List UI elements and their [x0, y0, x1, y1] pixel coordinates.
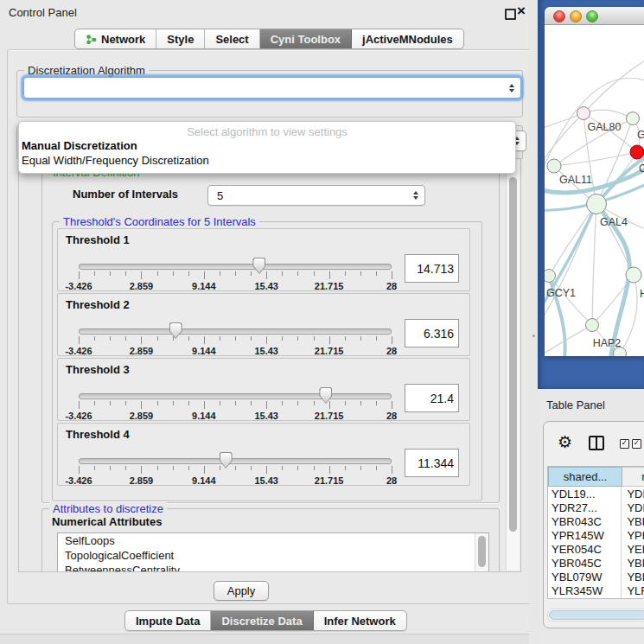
network-node[interactable] [545, 270, 556, 283]
slider-scale-labels: -3.4262.8599.14415.4321.71528 [79, 475, 392, 486]
slider-tick [266, 336, 267, 344]
table-cell[interactable]: YBR0 [621, 556, 644, 570]
columns-icon[interactable] [589, 436, 604, 450]
tab-cyni-toolbox[interactable]: Cyni Toolbox [260, 29, 352, 48]
threshold-value-field[interactable]: 6.316 [405, 319, 459, 348]
list-scrollbar[interactable] [475, 533, 488, 572]
threshold-value-field[interactable]: 11.344 [405, 449, 459, 477]
control-panel-tabbar: Network Style Select Cyni Toolbox jActiv… [74, 29, 464, 49]
tab-network[interactable]: Network [75, 29, 156, 48]
network-canvas[interactable]: GAL80GACGAL11GAL4GCY1HHAP2 [545, 25, 644, 356]
slider-thumb[interactable] [252, 258, 265, 274]
network-node[interactable] [627, 112, 640, 125]
slider-scale-label: 28 [386, 346, 397, 356]
checkbox-icon[interactable] [632, 439, 641, 449]
network-window-titlebar[interactable] [545, 7, 644, 25]
table-cell[interactable]: YDL1 [621, 487, 644, 501]
slider-scale-label: 21.715 [315, 411, 344, 421]
slider-scale-label: 28 [386, 475, 397, 486]
network-node[interactable] [626, 267, 641, 283]
table-cell[interactable]: YBL079W [548, 571, 621, 583]
tab-infer-network[interactable]: Infer Network [314, 611, 406, 630]
table-cell[interactable]: YDL19... [548, 488, 621, 501]
scrollbar-thumb[interactable] [549, 610, 644, 620]
table-cell[interactable]: YBR0 [621, 514, 644, 528]
slider-scale-label: 15.43 [254, 475, 278, 486]
apply-button[interactable]: Apply [214, 581, 269, 601]
close-traffic-light-icon[interactable] [553, 10, 565, 22]
table-cell[interactable]: YER0 [621, 542, 644, 556]
slider-track[interactable] [79, 264, 392, 270]
table-header: shared... na [548, 467, 644, 487]
attribute-item[interactable]: SelfLoops [58, 533, 488, 548]
close-icon[interactable]: × [517, 3, 526, 20]
table-cell[interactable]: YLR3 [621, 583, 644, 597]
tab-jactivemnodules[interactable]: jActiveMNodules [352, 29, 463, 48]
table-cell[interactable]: YBR045C [548, 557, 621, 570]
network-node[interactable] [547, 159, 561, 173]
number-of-intervals-combobox[interactable]: 5 [207, 185, 425, 206]
table-row[interactable]: YBR045CYBR0 [548, 556, 644, 570]
slider-thumb[interactable] [220, 452, 233, 469]
table-row[interactable]: YIL052CYIL0 [548, 597, 644, 599]
network-node[interactable] [587, 194, 607, 214]
tab-select[interactable]: Select [205, 29, 259, 48]
table-body: YDL19...YDL1YDR27...YDR2YBR043CYBR0YPR14… [548, 487, 644, 599]
horizontal-scrollbar[interactable] [547, 609, 644, 622]
table-cell[interactable]: YPR145W [548, 529, 621, 542]
slider-track[interactable] [79, 328, 392, 335]
network-node[interactable] [586, 319, 599, 332]
table-cell[interactable]: YDR2 [621, 501, 644, 514]
table-cell[interactable]: YBR043C [548, 515, 621, 528]
panel-splitter[interactable] [529, 0, 538, 644]
slider-track[interactable] [79, 393, 392, 399]
minimize-traffic-light-icon[interactable] [570, 10, 582, 22]
scrollbar-thumb[interactable] [509, 177, 517, 532]
network-node[interactable] [630, 145, 644, 159]
column-header-shared-name[interactable]: shared... [548, 467, 622, 487]
menu-item-manual-discretization[interactable]: Manual Discretization [22, 139, 137, 152]
table-cell[interactable]: YDR27... [548, 501, 621, 514]
table-row[interactable]: YLR345WYLR3 [548, 583, 644, 597]
checkbox-icon[interactable] [620, 439, 629, 449]
tab-impute-data[interactable]: Impute Data [125, 611, 211, 630]
column-header-name[interactable]: na [622, 467, 644, 487]
table-cell[interactable]: YLR345W [548, 584, 621, 597]
attribute-item[interactable]: BetweennessCentrality [58, 563, 488, 572]
tab-discretize-data[interactable]: Discretize Data [211, 611, 313, 630]
table-row[interactable]: YER054CYER0 [548, 542, 644, 556]
settings-vertical-scrollbar[interactable] [506, 160, 520, 571]
table-row[interactable]: YDR27...YDR2 [548, 501, 644, 514]
zoom-traffic-light-icon[interactable] [586, 10, 598, 22]
slider-tick [94, 271, 95, 276]
network-node[interactable] [577, 107, 590, 120]
table-row[interactable]: YBL079WYBL0 [548, 570, 644, 583]
tab-style[interactable]: Style [156, 29, 205, 48]
table-row[interactable]: YDL19...YDL1 [548, 487, 644, 501]
slider-thumb[interactable] [169, 322, 182, 339]
table-cell[interactable]: YIL052C [548, 598, 621, 600]
slider-scale-labels: -3.4262.8599.14415.4321.71528 [79, 281, 392, 291]
slider-track[interactable] [79, 458, 392, 464]
slider-tick [376, 466, 377, 470]
table-cell[interactable]: YPR1 [621, 528, 644, 542]
float-window-icon[interactable] [505, 9, 516, 20]
slider-tick [157, 466, 158, 470]
algorithm-combobox[interactable] [23, 77, 521, 99]
threshold-value-field[interactable]: 14.713 [405, 254, 459, 283]
slider-tick [125, 401, 126, 405]
table-panel: ⚙ shared... na YDL19...YDL1YDR27...YDR2Y… [543, 421, 644, 628]
table-row[interactable]: YPR145WYPR1 [548, 528, 644, 542]
attribute-item[interactable]: TopologicalCoefficient [58, 548, 488, 563]
threshold-value-field[interactable]: 21.4 [405, 384, 459, 412]
table-cell[interactable]: YBL0 [621, 570, 644, 583]
gear-icon[interactable]: ⚙ [558, 432, 572, 451]
slider-scale-label: 2.859 [130, 281, 154, 291]
slider-tick [345, 271, 346, 276]
slider-thumb[interactable] [319, 387, 332, 404]
table-row[interactable]: YBR043CYBR0 [548, 514, 644, 528]
table-cell[interactable]: YER054C [548, 543, 621, 556]
slider-tick [125, 466, 126, 470]
table-cell[interactable]: YIL0 [621, 597, 644, 599]
menu-item-equal-width-frequency[interactable]: Equal Width/Frequency Discretization [22, 154, 209, 167]
